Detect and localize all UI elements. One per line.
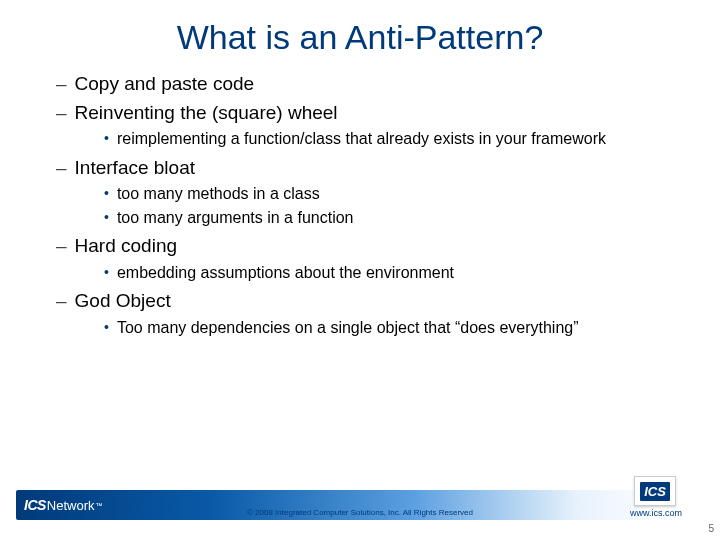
dash-icon: – bbox=[56, 71, 67, 98]
bullet-icon: • bbox=[104, 128, 109, 149]
sub-text: too many methods in a class bbox=[117, 183, 320, 205]
sublist: • too many methods in a class • too many… bbox=[56, 183, 680, 229]
item-text: Reinventing the (square) wheel bbox=[75, 100, 338, 127]
sublist: • embedding assumptions about the enviro… bbox=[56, 262, 680, 284]
content-list: – Copy and paste code – Reinventing the … bbox=[40, 71, 680, 339]
sub-item: • embedding assumptions about the enviro… bbox=[104, 262, 680, 284]
footer: ICS Network ™ © 2008 Integrated Computer… bbox=[0, 482, 720, 520]
footer-url: www.ics.com bbox=[630, 508, 682, 518]
sub-item: • too many methods in a class bbox=[104, 183, 680, 205]
sub-item: • Too many dependencies on a single obje… bbox=[104, 317, 680, 339]
sub-text: reimplementing a function/class that alr… bbox=[117, 128, 606, 150]
item-text: God Object bbox=[75, 288, 171, 315]
slide-title: What is an Anti-Pattern? bbox=[40, 18, 680, 57]
sub-text: too many arguments in a function bbox=[117, 207, 354, 229]
item-text: Copy and paste code bbox=[75, 71, 255, 98]
sublist: • reimplementing a function/class that a… bbox=[56, 128, 680, 150]
list-item: – Hard coding bbox=[56, 233, 680, 260]
page-number: 5 bbox=[708, 523, 714, 534]
item-text: Interface bloat bbox=[75, 155, 195, 182]
item-text: Hard coding bbox=[75, 233, 177, 260]
list-item: – God Object bbox=[56, 288, 680, 315]
logo-right-text: ICS bbox=[640, 482, 670, 501]
sub-text: embedding assumptions about the environm… bbox=[117, 262, 454, 284]
logo-right: ICS bbox=[634, 476, 676, 506]
bullet-icon: • bbox=[104, 262, 109, 283]
bullet-icon: • bbox=[104, 207, 109, 228]
bullet-icon: • bbox=[104, 317, 109, 338]
sub-item: • reimplementing a function/class that a… bbox=[104, 128, 680, 150]
bullet-icon: • bbox=[104, 183, 109, 204]
dash-icon: – bbox=[56, 155, 67, 182]
list-item: – Interface bloat bbox=[56, 155, 680, 182]
dash-icon: – bbox=[56, 233, 67, 260]
list-item: – Copy and paste code bbox=[56, 71, 680, 98]
dash-icon: – bbox=[56, 288, 67, 315]
copyright: © 2008 Integrated Computer Solutions, In… bbox=[0, 508, 720, 517]
slide: What is an Anti-Pattern? – Copy and past… bbox=[0, 0, 720, 540]
sublist: • Too many dependencies on a single obje… bbox=[56, 317, 680, 339]
dash-icon: – bbox=[56, 100, 67, 127]
sub-text: Too many dependencies on a single object… bbox=[117, 317, 579, 339]
sub-item: • too many arguments in a function bbox=[104, 207, 680, 229]
list-item: – Reinventing the (square) wheel bbox=[56, 100, 680, 127]
